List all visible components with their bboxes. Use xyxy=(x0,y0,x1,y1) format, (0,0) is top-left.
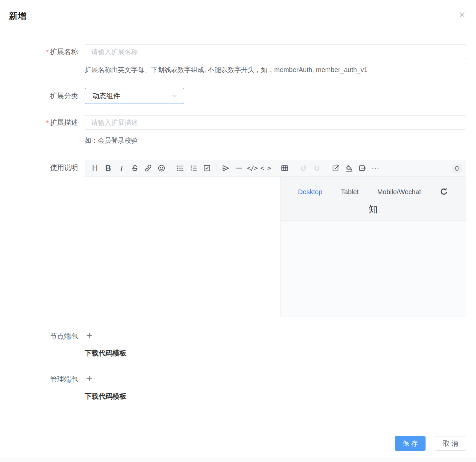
svg-text:3: 3 xyxy=(191,169,192,171)
add-extension-dialog: 新增 *扩展名称 扩展名称由英文字母、下划线或数字组成, 不能以数字开头，如：m… xyxy=(0,0,476,462)
extension-name-label: *扩展名称 xyxy=(0,44,78,59)
extension-category-select[interactable]: 动态组件 xyxy=(85,88,184,104)
page-background-strip xyxy=(0,458,476,462)
plus-icon xyxy=(85,332,93,341)
italic-icon[interactable]: I xyxy=(115,162,128,174)
admin-package-label: 管理端包 xyxy=(0,375,78,384)
usage-instructions-label: 使用说明 xyxy=(0,160,78,176)
field-row-node-package: 节点端包 下载代码模板 xyxy=(0,332,466,358)
code-block-icon[interactable]: </> xyxy=(246,162,259,174)
tab-mobile-wechat[interactable]: Mobile/Wechat xyxy=(377,188,421,196)
node-package-add-button[interactable] xyxy=(85,332,94,341)
toolbar-divider xyxy=(216,164,216,173)
undo-icon[interactable]: ↺ xyxy=(297,162,310,174)
chevron-down-icon xyxy=(171,93,178,99)
edit-mode-icon[interactable] xyxy=(329,162,342,174)
node-package-label: 节点端包 xyxy=(0,332,78,341)
extension-name-help: 扩展名称由英文字母、下划线或数字组成, 不能以数字开头，如：memberAuth… xyxy=(85,65,466,74)
field-row-extension-category: 扩展分类 动态组件 xyxy=(0,88,466,104)
toolbar-divider xyxy=(294,164,294,173)
export-icon[interactable] xyxy=(356,162,369,174)
extension-description-label: *扩展描述 xyxy=(0,115,78,130)
heading-icon[interactable]: H xyxy=(88,162,102,174)
plus-icon xyxy=(85,375,93,384)
markdown-editor: H B I S xyxy=(85,160,466,317)
required-asterisk: * xyxy=(46,119,49,126)
tab-desktop[interactable]: Desktop xyxy=(298,188,322,196)
extension-name-input[interactable] xyxy=(85,44,466,59)
node-package-download-template-link[interactable]: 下载代码模板 xyxy=(85,348,126,358)
table-icon[interactable] xyxy=(278,162,291,174)
field-row-admin-package: 管理端包 下载代码模板 xyxy=(0,375,466,401)
preview-device-tabs: Desktop Tablet Mobile/Wechat xyxy=(280,188,466,196)
save-button[interactable]: 保 存 xyxy=(395,436,426,451)
bullet-list-icon[interactable] xyxy=(174,162,187,174)
bold-icon[interactable]: B xyxy=(102,162,115,174)
dialog-title: 新增 xyxy=(9,10,27,22)
character-count-badge: 0 xyxy=(452,164,462,173)
horizontal-rule-icon[interactable] xyxy=(232,162,246,174)
refresh-icon[interactable] xyxy=(439,188,448,196)
tab-tablet[interactable]: Tablet xyxy=(341,188,358,196)
close-icon[interactable] xyxy=(458,11,466,19)
emoji-icon[interactable] xyxy=(155,162,168,174)
field-row-extension-description: *扩展描述 如：会员登录校验 xyxy=(0,115,466,145)
field-row-usage-instructions: 使用说明 H B I S xyxy=(0,160,466,317)
editor-toolbar: H B I S xyxy=(85,160,466,177)
extension-description-help: 如：会员登录校验 xyxy=(85,136,466,145)
link-icon[interactable] xyxy=(141,162,155,174)
markdown-input-area[interactable] xyxy=(85,177,280,317)
selected-category-value: 动态组件 xyxy=(92,91,120,101)
task-list-icon[interactable] xyxy=(200,162,213,174)
dialog-footer: 保 存 取 消 xyxy=(395,436,466,451)
field-row-extension-name: *扩展名称 扩展名称由英文字母、下划线或数字组成, 不能以数字开头，如：memb… xyxy=(0,44,466,74)
markdown-preview-pane: Desktop Tablet Mobile/Wechat xyxy=(280,177,466,317)
extension-description-input[interactable] xyxy=(85,115,466,130)
fill-color-icon[interactable] xyxy=(342,162,356,174)
ordered-list-icon[interactable]: 1 2 3 xyxy=(187,162,200,174)
strikethrough-icon[interactable]: S xyxy=(128,162,141,174)
admin-package-add-button[interactable] xyxy=(85,375,94,384)
cancel-button[interactable]: 取 消 xyxy=(435,436,466,451)
preview-content-area xyxy=(280,221,466,317)
preview-placeholder-text: 知 xyxy=(280,203,466,216)
toolbar-divider xyxy=(171,164,171,173)
more-icon[interactable]: ··· xyxy=(369,162,382,174)
required-asterisk: * xyxy=(46,48,49,56)
admin-package-download-template-link[interactable]: 下载代码模板 xyxy=(85,392,126,401)
preview-header: Desktop Tablet Mobile/Wechat xyxy=(280,177,466,221)
redo-icon[interactable]: ↻ xyxy=(310,162,323,174)
extension-category-label: 扩展分类 xyxy=(0,88,78,104)
toolbar-divider xyxy=(326,164,326,173)
quote-icon[interactable] xyxy=(219,162,232,174)
toolbar-divider xyxy=(275,164,275,173)
inline-code-icon[interactable]: < > xyxy=(259,162,272,174)
